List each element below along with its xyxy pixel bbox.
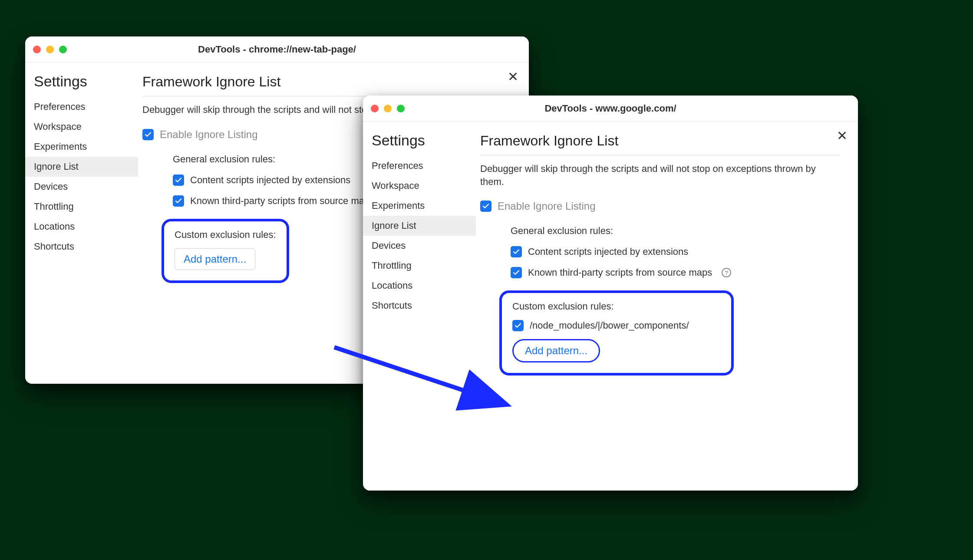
checkbox-checked-icon[interactable] bbox=[512, 320, 524, 331]
custom-pattern-text: /node_modules/|/bower_components/ bbox=[530, 320, 689, 331]
add-pattern-button[interactable]: Add pattern... bbox=[512, 339, 600, 362]
devtools-window-2: DevTools - www.google.com/ ✕ Settings Pr… bbox=[363, 96, 858, 491]
titlebar: DevTools - chrome://new-tab-page/ bbox=[25, 36, 529, 63]
sidebar-item-locations[interactable]: Locations bbox=[363, 276, 476, 296]
maximize-window-icon[interactable] bbox=[397, 105, 405, 112]
sidebar-item-experiments[interactable]: Experiments bbox=[363, 196, 476, 216]
close-settings-button[interactable]: ✕ bbox=[837, 129, 848, 142]
traffic-lights bbox=[33, 46, 67, 53]
sidebar-item-locations[interactable]: Locations bbox=[25, 217, 138, 237]
maximize-window-icon[interactable] bbox=[59, 46, 67, 53]
enable-ignore-listing-label: Enable Ignore Listing bbox=[498, 200, 596, 212]
panel-heading: Framework Ignore List bbox=[480, 133, 841, 155]
rule-content-scripts-label: Content scripts injected by extensions bbox=[528, 246, 688, 257]
settings-main: Framework Ignore List Debugger will skip… bbox=[476, 122, 858, 491]
checkbox-checked-icon[interactable] bbox=[511, 267, 522, 278]
close-settings-button[interactable]: ✕ bbox=[508, 70, 518, 83]
rule-third-party-scripts-label: Known third-party scripts from source ma… bbox=[528, 267, 712, 278]
sidebar-item-throttling[interactable]: Throttling bbox=[363, 256, 476, 276]
rule-third-party-scripts[interactable]: Known third-party scripts from source ma… bbox=[511, 267, 841, 278]
enable-ignore-listing-label: Enable Ignore Listing bbox=[160, 128, 258, 141]
traffic-lights bbox=[371, 105, 405, 112]
sidebar-item-devices[interactable]: Devices bbox=[25, 177, 138, 197]
custom-exclusion-highlight: Custom exclusion rules: Add pattern... bbox=[162, 219, 289, 283]
checkbox-checked-icon[interactable] bbox=[142, 129, 154, 140]
sidebar-item-shortcuts[interactable]: Shortcuts bbox=[25, 237, 138, 257]
sidebar-item-preferences[interactable]: Preferences bbox=[363, 156, 476, 176]
rule-third-party-scripts-label: Known third-party scripts from source ma… bbox=[190, 195, 374, 207]
panel-description: Debugger will skip through the scripts a… bbox=[480, 162, 841, 188]
general-exclusion-heading: General exclusion rules: bbox=[511, 225, 841, 237]
settings-heading: Settings bbox=[363, 132, 476, 156]
window-title: DevTools - www.google.com/ bbox=[363, 103, 858, 114]
add-pattern-button[interactable]: Add pattern... bbox=[175, 248, 255, 270]
rule-content-scripts-label: Content scripts injected by extensions bbox=[190, 175, 350, 186]
settings-sidebar: Settings Preferences Workspace Experimen… bbox=[25, 63, 138, 384]
checkbox-checked-icon[interactable] bbox=[173, 175, 184, 186]
custom-exclusion-highlight: Custom exclusion rules: /node_modules/|/… bbox=[499, 290, 734, 376]
custom-pattern-row[interactable]: /node_modules/|/bower_components/ bbox=[512, 320, 721, 331]
sidebar-item-experiments[interactable]: Experiments bbox=[25, 137, 138, 157]
panel-heading: Framework Ignore List bbox=[142, 74, 511, 96]
custom-exclusion-heading: Custom exclusion rules: bbox=[512, 301, 721, 312]
minimize-window-icon[interactable] bbox=[384, 105, 392, 112]
sidebar-item-preferences[interactable]: Preferences bbox=[25, 97, 138, 117]
settings-heading: Settings bbox=[25, 73, 138, 97]
sidebar-item-devices[interactable]: Devices bbox=[363, 236, 476, 256]
titlebar: DevTools - www.google.com/ bbox=[363, 96, 858, 122]
sidebar-item-ignore-list[interactable]: Ignore List bbox=[25, 157, 138, 177]
sidebar-item-workspace[interactable]: Workspace bbox=[363, 176, 476, 196]
sidebar-item-ignore-list[interactable]: Ignore List bbox=[363, 216, 476, 236]
rule-content-scripts[interactable]: Content scripts injected by extensions bbox=[511, 246, 841, 257]
custom-exclusion-heading: Custom exclusion rules: bbox=[175, 229, 276, 240]
checkbox-checked-icon[interactable] bbox=[173, 195, 184, 207]
checkbox-checked-icon[interactable] bbox=[511, 246, 522, 257]
checkbox-checked-icon[interactable] bbox=[480, 201, 491, 212]
close-window-icon[interactable] bbox=[371, 105, 379, 112]
help-icon[interactable]: ? bbox=[722, 268, 731, 277]
minimize-window-icon[interactable] bbox=[46, 46, 54, 53]
sidebar-item-shortcuts[interactable]: Shortcuts bbox=[363, 296, 476, 316]
enable-ignore-listing-row[interactable]: Enable Ignore Listing bbox=[480, 200, 841, 212]
sidebar-item-throttling[interactable]: Throttling bbox=[25, 197, 138, 217]
settings-sidebar: Settings Preferences Workspace Experimen… bbox=[363, 122, 476, 491]
sidebar-item-workspace[interactable]: Workspace bbox=[25, 117, 138, 137]
close-window-icon[interactable] bbox=[33, 46, 41, 53]
window-title: DevTools - chrome://new-tab-page/ bbox=[25, 44, 529, 55]
